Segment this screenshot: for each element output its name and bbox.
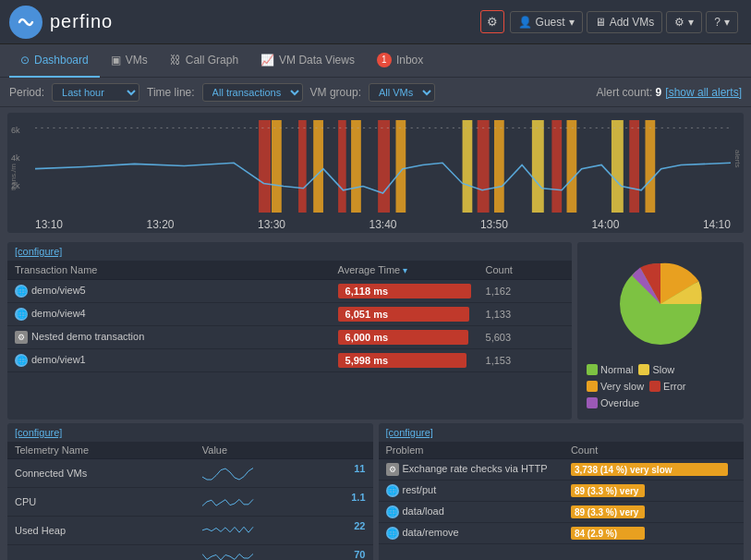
toolbar: Period: Last hour Last 6 hours Last day … xyxy=(0,78,751,107)
settings-alert-button[interactable]: ⚙ xyxy=(480,10,504,33)
add-vms-button[interactable]: 🖥 Add VMs xyxy=(587,11,663,33)
main-nav: ⊙ Dashboard ▣ VMs ⛓ Call Graph 📈 VM Data… xyxy=(0,44,751,78)
configure-telemetry-link[interactable]: [configure] xyxy=(7,423,373,442)
configure-problems-link[interactable]: [configure] xyxy=(379,423,745,442)
problems-table: Problem Count ⚙Exchange rate checks via … xyxy=(379,442,745,544)
nav-vms[interactable]: ▣ VMs xyxy=(100,44,159,78)
nav-dashboard[interactable]: ⊙ Dashboard xyxy=(9,44,100,78)
error-dot xyxy=(649,381,660,392)
configure-transactions-link[interactable]: [configure] xyxy=(7,242,572,261)
help-button[interactable]: ? ▾ xyxy=(706,11,738,33)
svg-rect-8 xyxy=(463,120,473,213)
tel-value: 1.1 xyxy=(195,488,373,517)
globe-icon: 🌐 xyxy=(386,527,399,540)
svg-rect-9 xyxy=(478,120,490,213)
vmgroup-select[interactable]: All VMs xyxy=(369,83,435,102)
tel-name: CPU xyxy=(7,488,195,517)
vmdata-icon: 📈 xyxy=(260,54,274,67)
txn-avg-time: 6,118 ms xyxy=(331,280,478,303)
svg-rect-2 xyxy=(272,120,282,213)
prob-count: 3,738 (14 %) very slow xyxy=(563,459,744,481)
globe-icon: 🌐 xyxy=(386,484,399,497)
txn-count: 5,603 xyxy=(478,326,572,349)
svg-rect-7 xyxy=(395,120,406,213)
timeline-select[interactable]: All transactions xyxy=(202,83,303,102)
prob-name: ⚙Exchange rate checks via HTTP xyxy=(379,459,563,481)
svg-rect-12 xyxy=(551,120,562,213)
transaction-table: Transaction Name Average Time ▾ Count 🌐d… xyxy=(7,261,572,372)
chart-alerts-label: alerts xyxy=(733,150,742,168)
list-item: ... 70 xyxy=(7,545,373,561)
chart-x-1320: 13:20 xyxy=(146,218,174,231)
help-icon: ? xyxy=(714,16,721,29)
overdue-dot xyxy=(587,397,598,408)
txn-name: 🌐demo/view1 xyxy=(7,349,331,372)
tel-name: Connected VMs xyxy=(7,459,195,488)
chart-x-1410: 14:10 xyxy=(703,218,731,231)
txn-avg-time: 6,051 ms xyxy=(331,303,478,326)
prob-count: 89 (3.3 %) very slow xyxy=(563,481,744,502)
svg-rect-0 xyxy=(259,120,271,213)
callgraph-icon: ⛓ xyxy=(170,54,181,67)
nav-vmdataviews[interactable]: 📈 VM Data Views xyxy=(249,44,366,78)
tel-name: Used Heap xyxy=(7,517,195,545)
nav-inbox[interactable]: 1 Inbox xyxy=(366,44,434,78)
txn-count: 1,133 xyxy=(478,303,572,326)
settings-button[interactable]: ⚙ ▾ xyxy=(666,11,702,33)
legend-error: Error xyxy=(649,381,685,392)
tel-name: ... xyxy=(7,545,195,561)
prob-name: 🌐data/load xyxy=(379,502,563,523)
main-chart: 6k 4k 2k trans./m alerts xyxy=(7,113,744,233)
show-all-alerts-link[interactable]: [show all alerts] xyxy=(665,86,742,99)
alert-count-label: Alert count: 9 xyxy=(597,86,662,99)
txn-name: 🌐demo/view5 xyxy=(7,280,331,303)
tel-value: 70 xyxy=(195,545,373,561)
transaction-panel: [configure] Transaction Name Average Tim… xyxy=(7,242,572,420)
pie-panel: Normal Slow Very slow Error Overdue xyxy=(577,242,744,420)
gear-icon: ⚙ xyxy=(15,331,28,344)
add-icon: 🖥 xyxy=(595,16,606,29)
period-select[interactable]: Last hour Last 6 hours Last day xyxy=(52,83,139,102)
table-row: ⚙Nested demo transaction 6,000 ms 5,603 xyxy=(7,326,572,349)
telemetry-panel: [configure] Telemetry Name Value Connect… xyxy=(7,423,373,560)
list-item: Connected VMs 11 xyxy=(7,459,373,488)
pie-chart xyxy=(610,253,711,355)
list-item: 🌐data/load 89 (3.3 %) very slow xyxy=(379,502,745,523)
period-label: Period: xyxy=(9,86,44,99)
gear-icon: ⚙ xyxy=(487,15,498,29)
chart-x-1310: 13:10 xyxy=(35,218,63,231)
txn-name: ⚙Nested demo transaction xyxy=(7,326,331,349)
chart-x-1350: 13:50 xyxy=(480,218,508,231)
svg-rect-5 xyxy=(351,120,361,213)
legend-overdue: Overdue xyxy=(587,397,639,408)
settings-gear-icon: ⚙ xyxy=(674,16,684,29)
chart-y-6k: 6k xyxy=(11,126,20,135)
prob-name: 🌐rest/put xyxy=(379,481,563,502)
table-row: 🌐demo/view1 5,998 ms 1,153 xyxy=(7,349,572,372)
list-item: 🌐data/remove 84 (2.9 %) xyxy=(379,523,745,544)
txn-avg-time: 5,998 ms xyxy=(331,349,478,372)
chart-x-1340: 13:40 xyxy=(369,218,396,231)
svg-rect-4 xyxy=(338,120,346,213)
chart-y-4k: 4k xyxy=(11,153,20,163)
pie-legend: Normal Slow Very slow Error Overdue xyxy=(587,364,734,408)
prob-count: 84 (2.9 %) xyxy=(563,523,744,544)
table-row: 🌐demo/view4 6,051 ms 1,133 xyxy=(7,303,572,326)
list-item: Used Heap 22 xyxy=(7,517,373,545)
col-count: Count xyxy=(478,261,572,280)
telemetry-table: Telemetry Name Value Connected VMs 11 CP… xyxy=(7,442,373,560)
chevron-down-icon: ▾ xyxy=(724,16,730,29)
globe-icon: 🌐 xyxy=(15,354,28,367)
timeline-label: Time line: xyxy=(147,86,195,99)
legend-slow: Slow xyxy=(638,364,674,375)
dashboard-icon: ⊙ xyxy=(20,54,30,67)
col-avg-time[interactable]: Average Time ▾ xyxy=(331,261,478,280)
guest-button[interactable]: 👤 Guest ▾ xyxy=(510,11,583,33)
txn-count: 1,162 xyxy=(478,280,572,303)
table-row: 🌐demo/view5 6,118 ms 1,162 xyxy=(7,280,572,303)
nav-callgraph[interactable]: ⛓ Call Graph xyxy=(159,44,249,78)
chart-x-1400: 14:00 xyxy=(591,218,619,231)
inbox-badge: 1 xyxy=(377,53,392,67)
chart-x-1330: 13:30 xyxy=(258,218,285,231)
globe-icon: 🌐 xyxy=(15,285,28,298)
